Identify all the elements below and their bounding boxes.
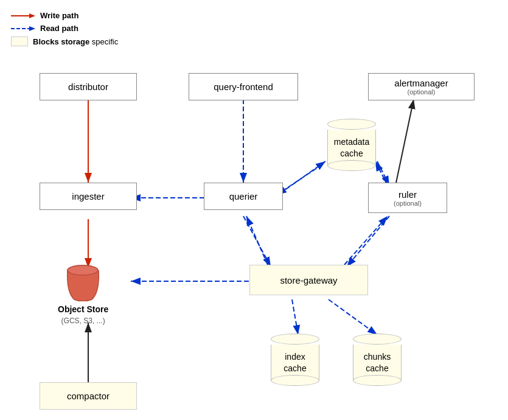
- svg-line-21: [375, 161, 388, 186]
- object-store-sub: (GCS, S3, ...): [61, 317, 105, 325]
- legend-write: Write path: [11, 11, 118, 20]
- svg-line-18: [344, 216, 388, 265]
- ruler-sub: (optional): [394, 200, 422, 207]
- metadata-cache-top: [327, 119, 376, 130]
- svg-line-20: [377, 161, 389, 186]
- legend-read: Read path: [11, 24, 118, 33]
- svg-line-24: [395, 99, 414, 186]
- alertmanager-box: alertmanager (optional): [368, 73, 475, 100]
- compactor-label: compactor: [67, 391, 110, 401]
- compactor-box: compactor: [40, 382, 137, 410]
- svg-line-15: [243, 216, 271, 267]
- svg-line-22: [292, 299, 298, 335]
- querier-label: querier: [229, 191, 258, 201]
- metadata-cache-bottom: [327, 160, 376, 171]
- legend-blocks-label: Blocks storage specific: [33, 37, 118, 46]
- chunks-cache: chunks cache: [353, 334, 402, 381]
- ingester-box: ingester: [40, 183, 137, 210]
- object-store-label: Object Store: [58, 304, 108, 314]
- index-cache-top: [271, 334, 319, 345]
- distributor-label: distributor: [68, 82, 108, 92]
- svg-marker-3: [29, 26, 35, 31]
- query-frontend-label: query-frontend: [214, 82, 273, 92]
- querier-box: querier: [204, 183, 283, 210]
- metadata-cache-body: metadata cache: [327, 130, 376, 166]
- store-gateway-box: store-gateway: [249, 265, 368, 295]
- svg-point-27: [68, 265, 98, 275]
- alertmanager-sub: (optional): [408, 88, 436, 96]
- chunks-cache-label2: cache: [366, 363, 388, 373]
- legend: Write path Read path Blocks storage spec…: [11, 11, 118, 46]
- distributor-box: distributor: [40, 73, 137, 100]
- store-gateway-label: store-gateway: [280, 275, 337, 285]
- legend-write-label: Write path: [40, 11, 78, 20]
- metadata-cache: metadata cache: [327, 119, 376, 166]
- svg-line-16: [246, 216, 268, 265]
- ruler-label: ruler: [398, 189, 417, 200]
- diagram-container: Write path Read path Blocks storage spec…: [0, 0, 508, 420]
- index-cache-body: index cache: [271, 345, 319, 381]
- metadata-cache-label2: cache: [340, 149, 363, 158]
- svg-line-17: [347, 216, 389, 267]
- svg-marker-1: [29, 13, 35, 18]
- svg-line-13: [277, 164, 322, 195]
- chunks-cache-top: [353, 334, 402, 345]
- index-cache-bottom: [271, 375, 319, 386]
- metadata-cache-label1: metadata: [334, 137, 369, 147]
- object-store: Object Store (GCS, S3, ...): [58, 262, 108, 326]
- chunks-cache-body: chunks cache: [353, 345, 402, 381]
- query-frontend-box: query-frontend: [189, 73, 298, 100]
- alertmanager-label: alertmanager: [394, 78, 448, 88]
- legend-read-label: Read path: [40, 24, 78, 33]
- ruler-box: ruler (optional): [368, 183, 447, 213]
- index-cache-label2: cache: [284, 363, 306, 373]
- object-store-icon: [63, 262, 103, 301]
- index-cache: index cache: [271, 334, 319, 381]
- legend-blocks-box: [11, 37, 28, 46]
- chunks-cache-label1: chunks: [364, 352, 391, 362]
- chunks-cache-bottom: [353, 375, 402, 386]
- index-cache-label1: index: [285, 352, 305, 362]
- svg-line-23: [329, 299, 377, 335]
- legend-blocks: Blocks storage specific: [11, 37, 118, 46]
- ingester-label: ingester: [72, 191, 104, 201]
